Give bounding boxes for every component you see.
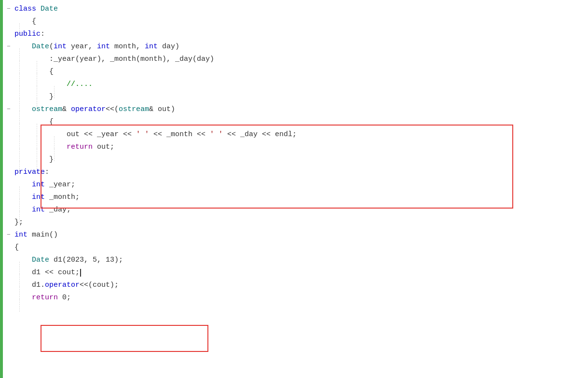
token-normal: { <box>14 242 19 253</box>
code-line: d1.operator<<(cout); <box>3 279 588 292</box>
code-line: return 0; <box>3 292 588 304</box>
token-type-name: Date <box>41 3 58 14</box>
fold-icon[interactable]: − <box>7 42 11 52</box>
code-line: public: <box>3 28 588 41</box>
token-kw-int: int <box>97 41 110 52</box>
token-normal: { <box>32 16 36 27</box>
indent-space <box>14 179 32 190</box>
indent-space <box>14 280 32 291</box>
token-normal: } <box>49 91 54 102</box>
token-normal: << _month << <box>149 129 210 140</box>
token-string-char: ' ' <box>210 129 223 140</box>
token-normal: <<(cout); <box>80 280 119 291</box>
code-line: −Date(int year, int month, int day) <box>3 41 588 53</box>
indent-space <box>14 79 67 90</box>
token-normal: d1(2023, 5, 13); <box>49 254 123 266</box>
indent-space <box>14 116 49 127</box>
fold-icon[interactable]: − <box>7 4 11 14</box>
token-kw-int: int <box>32 179 45 190</box>
token-normal: & out) <box>149 104 175 115</box>
indent-space <box>14 104 32 115</box>
code-line: { <box>3 15 588 28</box>
token-normal: d1 << cout; <box>32 267 80 278</box>
token-kw-public: operator <box>45 280 80 291</box>
token-kw-int: int <box>14 229 27 240</box>
token-cyan: Date <box>32 254 49 266</box>
token-normal: out; <box>93 141 114 153</box>
indent-space <box>14 154 49 165</box>
code-line: } <box>3 91 588 103</box>
token-normal: { <box>49 66 54 77</box>
indent-space <box>14 41 32 52</box>
token-normal: _year; <box>45 179 75 190</box>
token-normal: _day; <box>45 204 71 215</box>
token-kw-int: int <box>54 41 67 52</box>
token-kw-public: public <box>14 28 41 40</box>
code-line: return out; <box>3 141 588 154</box>
token-normal: :_year(year), _month(month), _day(day) <box>49 54 214 65</box>
token-kw-return: return <box>32 292 58 303</box>
code-line: { <box>3 66 588 78</box>
code-line: −class Date <box>3 3 588 15</box>
token-normal: 0; <box>58 292 71 303</box>
indent-space <box>14 129 67 140</box>
code-line: d1 << cout; <box>3 266 588 279</box>
token-normal: & <box>62 104 71 115</box>
indent-space <box>14 254 32 266</box>
token-kw-return: return <box>67 141 93 153</box>
code-line: int _day; <box>3 204 588 216</box>
indent-space <box>14 204 32 215</box>
token-normal: : <box>41 28 45 40</box>
token-normal: _month; <box>45 192 80 203</box>
token-normal: }; <box>14 217 23 228</box>
token-normal: : <box>45 167 49 178</box>
code-area[interactable]: −class Date{public:−Date(int year, int m… <box>3 0 588 307</box>
code-line: :_year(year), _month(month), _day(day) <box>3 53 588 66</box>
indent-space <box>14 292 32 303</box>
code-line: −int main() <box>3 229 588 241</box>
text-cursor <box>80 269 81 277</box>
indent-space <box>14 66 49 77</box>
code-line: int _year; <box>3 179 588 191</box>
token-kw-int: int <box>32 204 45 215</box>
token-cyan: ostream <box>32 104 62 115</box>
token-normal: out << _year << <box>67 129 136 140</box>
code-line: { <box>3 241 588 254</box>
token-normal: ( <box>49 41 54 52</box>
indent-space <box>14 54 49 65</box>
token-normal: month, <box>110 41 145 52</box>
indent-space <box>14 91 49 102</box>
fold-gutter: − <box>3 105 14 114</box>
token-normal: d1. <box>32 280 45 291</box>
code-line: int _month; <box>3 191 588 204</box>
token-kw-private: private <box>14 167 45 178</box>
fold-icon[interactable]: − <box>7 105 11 114</box>
code-line: } <box>3 154 588 166</box>
token-type-name: Date <box>32 41 49 52</box>
indent-space <box>14 141 67 153</box>
fold-gutter: − <box>3 230 14 240</box>
token-comment: //.... <box>67 79 93 90</box>
token-normal: year, <box>67 41 97 52</box>
fold-gutter: − <box>3 42 14 52</box>
token-normal: } <box>49 154 54 165</box>
token-kw-int: int <box>145 41 158 52</box>
fold-icon[interactable]: − <box>7 230 11 240</box>
indent-space <box>14 192 32 203</box>
token-kw-class: class <box>14 3 36 14</box>
code-line: out << _year << ' ' << _month << ' ' << … <box>3 128 588 141</box>
token-normal: main() <box>27 229 58 240</box>
token-kw-int: int <box>32 192 45 203</box>
indent-space <box>14 16 32 27</box>
code-line: //.... <box>3 78 588 91</box>
code-line: −ostream& operator<<(ostream& out) <box>3 103 588 116</box>
indent-space <box>14 267 32 278</box>
token-normal: <<( <box>106 104 119 115</box>
token-normal: day) <box>158 41 179 52</box>
code-line: }; <box>3 216 588 229</box>
code-line: { <box>3 116 588 128</box>
token-cyan: ostream <box>119 104 149 115</box>
token-kw-public: operator <box>71 104 106 115</box>
code-line: Date d1(2023, 5, 13); <box>3 254 588 266</box>
code-editor: −class Date{public:−Date(int year, int m… <box>0 0 588 378</box>
